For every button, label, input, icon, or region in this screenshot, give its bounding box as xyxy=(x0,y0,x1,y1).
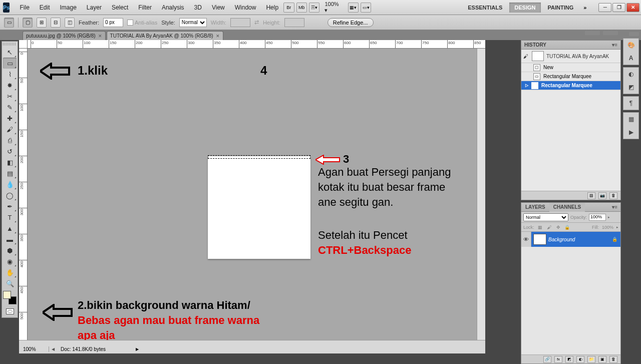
history-brush-tool-icon[interactable]: ↺ xyxy=(3,146,17,157)
dock-grip[interactable] xyxy=(603,31,618,35)
blend-mode-select[interactable]: Normal xyxy=(523,213,568,221)
history-snapshot-icon[interactable]: 📷 xyxy=(598,192,606,199)
3d-camera-tool-icon[interactable]: ◉ xyxy=(3,256,17,267)
paragraph-panel-icon[interactable]: ¶ xyxy=(625,98,636,108)
close-tab-icon[interactable]: ✕ xyxy=(98,34,102,39)
zoom-level[interactable]: 100% ▾ xyxy=(322,1,346,14)
window-minimize[interactable]: ─ xyxy=(598,3,611,12)
canvas[interactable]: 1.klik 4 3 Agan buat Persegi panjang kot… xyxy=(28,49,477,340)
character-panel-icon[interactable]: A xyxy=(625,53,636,63)
ruler-origin[interactable] xyxy=(19,40,28,49)
menu-file[interactable]: File xyxy=(15,4,34,11)
status-doc-info[interactable]: Doc: 141.8K/0 bytes xyxy=(57,346,106,352)
opacity-value[interactable]: 100% xyxy=(589,214,606,221)
lock-all-icon[interactable]: 🔒 xyxy=(564,224,570,230)
crop-tool-icon[interactable]: ✂ xyxy=(3,91,17,102)
menu-image[interactable]: Image xyxy=(55,4,82,11)
active-tool-preset-icon[interactable]: ▭ xyxy=(4,18,14,28)
bridge-icon[interactable]: Br xyxy=(283,3,294,13)
layer-new-icon[interactable]: ▣ xyxy=(598,356,606,363)
vertical-scrollbar[interactable] xyxy=(477,49,485,340)
dock-grip[interactable] xyxy=(585,31,600,35)
workspace-more-icon[interactable]: » xyxy=(580,5,589,11)
menu-window[interactable]: Window xyxy=(230,4,261,11)
lock-paint-icon[interactable]: 🖌 xyxy=(546,224,552,230)
layer-visibility-icon[interactable]: 👁 xyxy=(521,232,531,247)
move-tool-icon[interactable]: ↖ xyxy=(3,47,17,58)
quick-select-tool-icon[interactable]: ✸ xyxy=(3,80,17,91)
menu-view[interactable]: View xyxy=(207,4,230,11)
dodge-tool-icon[interactable]: ◯ xyxy=(3,190,17,201)
type-tool-icon[interactable]: T xyxy=(3,212,17,223)
layer-thumb[interactable] xyxy=(533,234,546,245)
refine-edge-button[interactable]: Refine Edge... xyxy=(328,18,374,27)
layer-link-icon[interactable]: 🔗 xyxy=(543,356,551,363)
add-selection-icon[interactable]: ⊞ xyxy=(37,18,47,28)
menu-analysis[interactable]: Analysis xyxy=(157,4,189,11)
ruler-horizontal[interactable]: 0501001502002503003504004505005506006507… xyxy=(28,40,485,49)
adjustments-panel-icon[interactable]: ◐ xyxy=(625,69,636,79)
arrange-docs-icon[interactable]: ▦▾ xyxy=(348,3,359,13)
marquee-tool-icon[interactable]: ▭ xyxy=(3,58,17,69)
menu-layer[interactable]: Layer xyxy=(82,4,107,11)
new-selection-icon[interactable]: ▢ xyxy=(23,18,33,28)
menu-help[interactable]: Help xyxy=(261,4,283,11)
menu-filter[interactable]: Filter xyxy=(133,4,157,11)
lock-position-icon[interactable]: ✥ xyxy=(555,224,561,230)
fill-value[interactable]: 100% xyxy=(602,225,613,230)
lasso-tool-icon[interactable]: ⌇ xyxy=(3,69,17,80)
path-select-tool-icon[interactable]: ▲ xyxy=(3,223,17,234)
status-zoom[interactable]: 100% xyxy=(19,346,49,352)
color-swatches[interactable] xyxy=(3,291,17,304)
menu-select[interactable]: Select xyxy=(107,4,133,11)
status-play-icon[interactable]: ▶ xyxy=(136,347,139,351)
history-item-marquee-1[interactable]: ▭Rectangular Marquee xyxy=(521,72,620,81)
workspace-painting[interactable]: PAINTING xyxy=(543,3,579,13)
layer-delete-icon[interactable]: 🗑 xyxy=(609,356,617,363)
eyedropper-tool-icon[interactable]: ✎ xyxy=(3,102,17,113)
intersect-selection-icon[interactable]: ◫ xyxy=(65,18,75,28)
shape-tool-icon[interactable]: ▬ xyxy=(3,234,17,245)
menu-3d[interactable]: 3D xyxy=(189,4,207,11)
workspace-essentials[interactable]: ESSENTIALS xyxy=(463,3,507,13)
layer-adjust-icon[interactable]: ◐ xyxy=(576,356,584,363)
gradient-tool-icon[interactable]: ▤ xyxy=(3,168,17,179)
eraser-tool-icon[interactable]: ◧ xyxy=(3,157,17,168)
status-arrow-left-icon[interactable]: ◀ xyxy=(49,347,57,351)
layer-mask-icon[interactable]: ◩ xyxy=(565,356,573,363)
color-panel-icon[interactable]: 🎨 xyxy=(625,40,636,50)
blur-tool-icon[interactable]: 💧 xyxy=(3,179,17,190)
panel-menu-icon[interactable]: ▾≡ xyxy=(612,204,620,210)
minibridge-icon[interactable]: Mb xyxy=(296,3,307,13)
quick-mask-icon[interactable] xyxy=(3,306,17,316)
lock-transparency-icon[interactable]: ▦ xyxy=(537,224,543,230)
styles-panel-icon[interactable]: ▶ xyxy=(625,127,636,137)
layer-group-icon[interactable]: 📁 xyxy=(587,356,595,363)
panel-menu-icon[interactable]: ▾≡ xyxy=(612,42,617,48)
swatches-panel-icon[interactable]: ▦ xyxy=(625,114,636,124)
masks-panel-icon[interactable]: ◩ xyxy=(625,82,636,92)
workspace-design[interactable]: DESIGN xyxy=(509,3,540,13)
channels-tab[interactable]: CHANNELS xyxy=(549,203,585,212)
stamp-tool-icon[interactable]: ⎙ xyxy=(3,135,17,146)
subtract-selection-icon[interactable]: ⊟ xyxy=(51,18,61,28)
doc-tab-2[interactable]: TUTORIAL AVA By AryanAK @ 100% (RGB/8)✕ xyxy=(107,31,223,40)
brush-tool-icon[interactable]: 🖌 xyxy=(3,124,17,135)
window-close[interactable]: ✕ xyxy=(626,3,639,12)
history-delete-icon[interactable]: 🗑 xyxy=(609,192,617,199)
dock-grip[interactable] xyxy=(629,32,639,36)
screen-mode-icon[interactable]: ▭▾ xyxy=(361,3,371,13)
layer-name[interactable]: Background xyxy=(548,237,612,242)
view-extras-icon[interactable]: ☴▾ xyxy=(309,3,319,13)
history-new-doc-icon[interactable]: ▧ xyxy=(587,192,595,199)
history-item-marquee-2[interactable]: ▷▭Rectangular Marquee xyxy=(521,81,620,90)
pen-tool-icon[interactable]: ✒ xyxy=(3,201,17,212)
ruler-vertical[interactable]: 050100150200250300350400450500 xyxy=(19,49,28,340)
history-document-row[interactable]: 🖌 TUTORIAL AVA By AryanAK xyxy=(521,50,620,63)
layer-background[interactable]: 👁 Background 🔒 xyxy=(521,232,620,247)
doc-tab-1[interactable]: putuuuuu.jpg @ 100% (RGB/8)✕ xyxy=(23,31,106,40)
close-tab-icon[interactable]: ✕ xyxy=(216,34,220,39)
style-select[interactable]: Normal xyxy=(179,18,207,27)
feather-input[interactable] xyxy=(103,18,123,27)
menu-edit[interactable]: Edit xyxy=(35,4,55,11)
